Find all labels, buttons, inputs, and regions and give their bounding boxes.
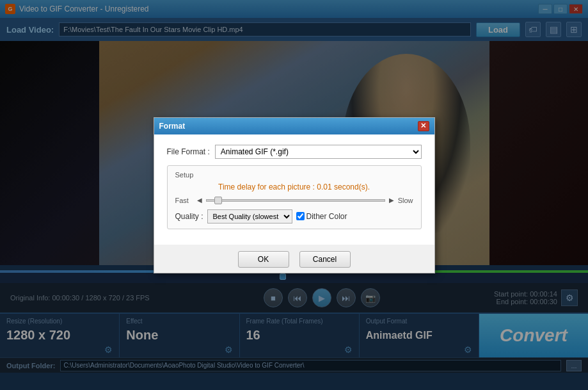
- cancel-button[interactable]: Cancel: [299, 251, 351, 268]
- slow-label: Slow: [398, 197, 413, 204]
- dialog-close-button[interactable]: ✕: [418, 121, 429, 131]
- dialog-body: File Format : Animated GIF (*.gif) AVI (…: [154, 134, 434, 245]
- modal-overlay: Format ✕ File Format : Animated GIF (*.g…: [0, 0, 588, 390]
- quality-select[interactable]: Best Quality (slowest Normal Quality Fas…: [207, 209, 292, 223]
- setup-section: Setup Time delay for each picture : 0.01…: [167, 165, 422, 229]
- ok-button[interactable]: OK: [238, 251, 289, 268]
- dialog-titlebar: Format ✕: [154, 118, 434, 134]
- dialog-title: Format: [159, 122, 418, 131]
- quality-row: Quality : Best Quality (slowest Normal Q…: [175, 209, 413, 223]
- dialog-buttons: OK Cancel: [154, 245, 434, 273]
- speed-row: Fast ◀ ▶ Slow: [175, 197, 413, 204]
- right-arrow-icon: ▶: [389, 197, 394, 204]
- setup-title: Setup: [175, 171, 413, 179]
- format-dialog: Format ✕ File Format : Animated GIF (*.g…: [154, 117, 435, 273]
- time-delay-text: Time delay for each picture : 0.01 secon…: [175, 183, 413, 191]
- speed-track[interactable]: [206, 199, 385, 202]
- file-format-select[interactable]: Animated GIF (*.gif) AVI (*.avi) MP4 (*.…: [215, 145, 422, 159]
- dither-color-checkbox-group: Dither Color: [296, 212, 347, 221]
- left-arrow-icon: ◀: [197, 197, 202, 204]
- dither-color-label: Dither Color: [306, 212, 347, 221]
- quality-label: Quality :: [175, 212, 203, 221]
- speed-thumb[interactable]: [214, 197, 222, 204]
- fast-label: Fast: [175, 197, 193, 204]
- dither-color-checkbox[interactable]: [296, 212, 305, 220]
- file-format-label: File Format :: [167, 147, 210, 156]
- file-format-row: File Format : Animated GIF (*.gif) AVI (…: [167, 145, 422, 159]
